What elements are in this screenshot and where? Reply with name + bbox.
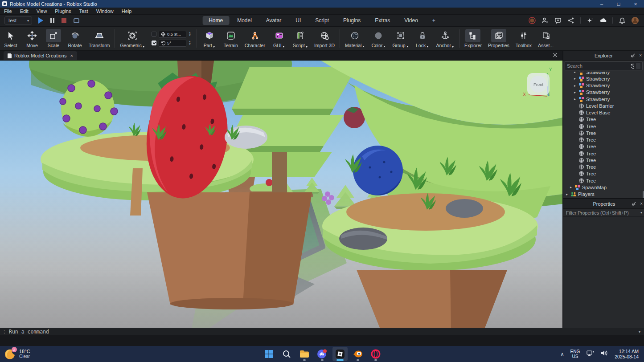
tree-item-tree[interactable]: Tree bbox=[563, 164, 644, 171]
network-icon[interactable] bbox=[586, 350, 594, 358]
tree-item-level-barrier[interactable]: Level Barrier bbox=[563, 102, 644, 109]
script-button[interactable]: Script bbox=[290, 27, 311, 50]
tree-item-tree[interactable]: Tree bbox=[563, 137, 644, 143]
viewport-3d[interactable]: X Y Front bbox=[0, 61, 562, 328]
tree-item-tree[interactable]: Tree bbox=[563, 123, 644, 130]
tree-item-strawberry[interactable]: ▸Strawberry bbox=[563, 96, 644, 102]
feedback-chat-icon[interactable] bbox=[554, 17, 562, 24]
volume-icon[interactable] bbox=[600, 350, 608, 358]
explorer-toggle-button[interactable]: Explorer bbox=[461, 27, 485, 50]
asset-manager-button[interactable]: Asset... bbox=[535, 27, 557, 50]
tab-add[interactable]: + bbox=[426, 16, 442, 25]
menu-view[interactable]: View bbox=[33, 8, 51, 14]
weather-widget[interactable]: 2 18°C Clear bbox=[0, 348, 30, 360]
explorer-search-box[interactable]: … bbox=[565, 61, 643, 70]
move-snap-stepper[interactable]: ▲▼ bbox=[189, 32, 191, 37]
material-button[interactable]: Material bbox=[342, 27, 368, 50]
maximize-button[interactable]: □ bbox=[610, 0, 627, 8]
menu-help[interactable]: Help bbox=[118, 8, 136, 14]
expand-arrow-icon[interactable]: ▸ bbox=[574, 77, 578, 81]
tab-model[interactable]: Model bbox=[231, 16, 258, 25]
user-avatar[interactable] bbox=[632, 17, 639, 24]
stop-button[interactable] bbox=[62, 18, 66, 23]
roblox-studio-taskbar-icon[interactable] bbox=[332, 347, 348, 361]
menu-test[interactable]: Test bbox=[75, 8, 92, 14]
tab-script[interactable]: Script bbox=[309, 16, 335, 25]
menu-edit[interactable]: Edit bbox=[16, 8, 33, 14]
ai-sparkle-icon[interactable] bbox=[587, 17, 594, 24]
tray-chevron-icon[interactable]: ∧ bbox=[561, 351, 564, 357]
file-explorer-icon[interactable] bbox=[297, 347, 312, 361]
tab-plugins[interactable]: Plugins bbox=[337, 16, 367, 25]
tab-home[interactable]: Home bbox=[202, 16, 229, 25]
explorer-search-input[interactable] bbox=[567, 63, 630, 69]
tree-item-strawberry[interactable]: ▸Strawberry bbox=[563, 89, 644, 96]
tree-item-tree[interactable]: Tree bbox=[563, 116, 644, 123]
color-button[interactable]: Color bbox=[368, 27, 389, 50]
select-tool-button[interactable]: Select bbox=[0, 27, 21, 50]
explorer-menu-icon[interactable]: … bbox=[636, 63, 640, 69]
add-collaborator-icon[interactable] bbox=[541, 17, 549, 24]
import-3d-button[interactable]: Import 3D bbox=[311, 27, 338, 50]
move-snap-field[interactable]: 0.5 st... bbox=[159, 31, 186, 38]
test-mode-dropdown[interactable]: Test ▾ bbox=[4, 16, 32, 24]
gui-button[interactable]: GUI bbox=[268, 27, 290, 50]
share-icon[interactable] bbox=[567, 17, 574, 24]
terrain-button[interactable]: Terrain bbox=[220, 27, 242, 50]
properties-filter-input[interactable] bbox=[566, 210, 640, 216]
close-explorer-icon[interactable]: × bbox=[639, 53, 642, 58]
tab-ui[interactable]: UI bbox=[289, 16, 307, 25]
tree-item-players[interactable]: ▸Players bbox=[563, 191, 644, 198]
close-properties-icon[interactable]: × bbox=[640, 201, 643, 206]
tree-item-strawberry[interactable]: ▸Strawberry bbox=[563, 82, 644, 89]
language-indicator[interactable]: ENG US bbox=[570, 349, 580, 359]
anchor-button[interactable]: Anchor bbox=[433, 27, 457, 50]
rotate-snap-stepper[interactable]: ▲▼ bbox=[189, 41, 191, 45]
tab-avatar[interactable]: Avatar bbox=[260, 16, 287, 25]
drag-grip-icon[interactable]: ⋮ bbox=[0, 329, 9, 334]
tree-item-tree[interactable]: Tree bbox=[563, 130, 644, 136]
tree-item-tree[interactable]: Tree bbox=[563, 157, 644, 163]
tree-item-strawberry[interactable]: ▸Strawberry bbox=[563, 72, 644, 75]
tree-item-level-base[interactable]: Level Base bbox=[563, 110, 644, 116]
opera-gx-icon[interactable] bbox=[368, 347, 383, 361]
history-icon[interactable] bbox=[630, 63, 634, 69]
tree-item-tree[interactable]: Tree bbox=[563, 143, 644, 150]
expand-arrow-icon[interactable]: ▸ bbox=[574, 97, 578, 101]
start-button[interactable] bbox=[261, 347, 276, 361]
screen-mode-icon[interactable] bbox=[74, 18, 79, 23]
expand-arrow-icon[interactable]: ▸ bbox=[566, 192, 570, 196]
rotate-snap-checkbox[interactable] bbox=[152, 41, 156, 45]
geometric-mode-button[interactable]: Geometric bbox=[117, 27, 148, 50]
tree-item-spawnmap[interactable]: ▸SpawnMap bbox=[563, 184, 644, 191]
toolbox-button[interactable]: Toolbox bbox=[513, 27, 535, 50]
move-snap-checkbox[interactable] bbox=[152, 32, 156, 37]
undock-icon[interactable] bbox=[631, 53, 636, 58]
rotate-tool-button[interactable]: Rotate bbox=[64, 27, 86, 50]
notifications-bell-icon[interactable] bbox=[619, 17, 626, 24]
search-button[interactable] bbox=[279, 347, 294, 361]
blender-icon[interactable] bbox=[350, 347, 365, 361]
explorer-tree[interactable]: ▸Strawberry ▸Strawberry ▸Strawberry ▸Str… bbox=[563, 72, 644, 202]
group-button[interactable]: Group bbox=[389, 27, 411, 50]
play-button[interactable] bbox=[38, 17, 43, 24]
document-tab[interactable]: Roblox Model Creations × bbox=[4, 51, 77, 60]
menu-window[interactable]: Window bbox=[92, 8, 118, 14]
pause-button[interactable] bbox=[50, 18, 54, 23]
tree-item-strawberry[interactable]: ▸Strawberry bbox=[563, 75, 644, 82]
tab-extras[interactable]: Extras bbox=[369, 16, 396, 25]
part-button[interactable]: Part bbox=[199, 27, 220, 50]
recording-avatar-icon[interactable] bbox=[529, 17, 536, 24]
expand-arrow-icon[interactable]: ▸ bbox=[570, 185, 574, 189]
clock-widget[interactable]: 12:14 AM 2025-08-14 bbox=[615, 349, 639, 359]
expand-arrow-icon[interactable]: ▸ bbox=[574, 84, 578, 88]
expand-arrow-icon[interactable]: ▸ bbox=[574, 90, 578, 94]
menu-plugins[interactable]: Plugins bbox=[51, 8, 75, 14]
cloud-icon[interactable] bbox=[599, 17, 607, 24]
undock-icon[interactable] bbox=[632, 201, 636, 206]
tree-item-tree[interactable]: Tree bbox=[563, 177, 644, 184]
close-button[interactable]: × bbox=[627, 0, 644, 8]
rotate-snap-field[interactable]: 5° bbox=[159, 40, 186, 47]
lock-button[interactable]: Lock bbox=[412, 27, 433, 50]
scale-tool-button[interactable]: Scale bbox=[43, 27, 64, 50]
